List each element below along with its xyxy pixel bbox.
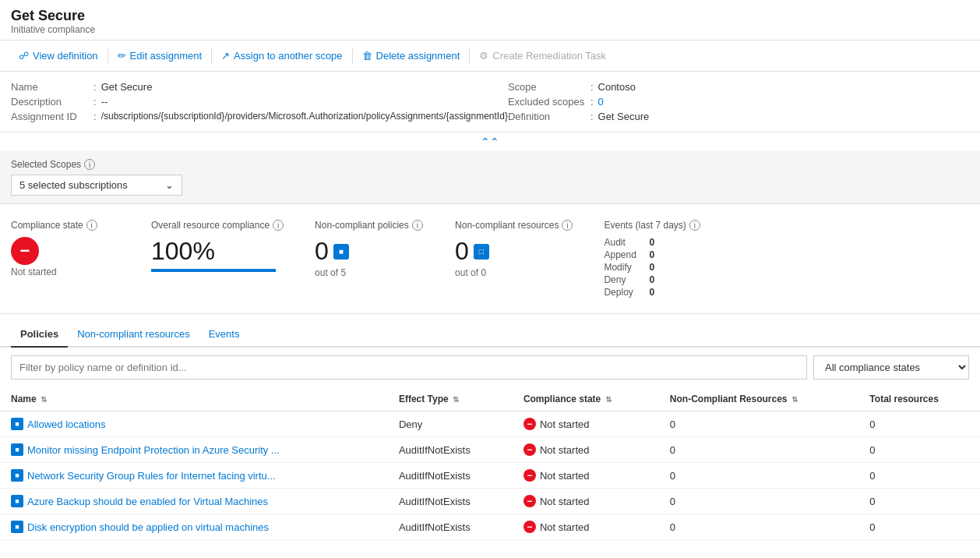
cell-total-3: 0	[858, 489, 980, 514]
compliance-dot-4: −	[523, 521, 536, 533]
toolbar: ☍ View definition ✏ Edit assignment ↗ As…	[0, 41, 980, 72]
cell-effect-0: Deny	[388, 411, 513, 437]
compliance-dot-1: −	[523, 443, 536, 456]
remediation-icon: ⚙	[479, 50, 488, 62]
meta-excluded-scopes-row: Excluded scopes : 0	[508, 94, 969, 109]
delete-icon: 🗑	[362, 50, 372, 62]
overall-resource-metric: Overall resource compliance i 100%	[151, 220, 284, 272]
cell-total-4: 0	[858, 514, 980, 540]
search-input[interactable]	[11, 355, 807, 380]
overall-resource-title: Overall resource compliance i	[151, 220, 284, 231]
non-compliant-sort-icon[interactable]: ⇅	[791, 395, 798, 404]
cell-non-compliant-1: 0	[659, 437, 859, 463]
overall-resource-value: 100%	[151, 237, 215, 266]
compliance-sort-icon[interactable]: ⇅	[605, 395, 612, 404]
policy-icon-2: ■	[11, 469, 23, 482]
non-compliant-policies-info-icon[interactable]: i	[412, 220, 423, 231]
assign-icon: ↗	[221, 50, 230, 62]
cell-name-0: ■ Allowed locations	[0, 411, 388, 437]
table-row: ■ Disk encryption should be applied on v…	[0, 514, 980, 540]
metrics-section: Compliance state i − Not started Overall…	[0, 204, 980, 314]
definition-value: Get Secure	[598, 111, 650, 122]
col-non-compliant: Non-Compliant Resources ⇅	[659, 387, 859, 411]
toolbar-divider-3	[352, 48, 353, 64]
excluded-scopes-value[interactable]: 0	[598, 96, 604, 108]
cell-effect-3: AuditIfNotExists	[388, 489, 513, 514]
col-effect-type: Effect Type ⇅	[388, 387, 513, 411]
compliance-filter[interactable]: All compliance states	[813, 355, 969, 380]
tab-non-compliant-resources[interactable]: Non-compliant resources	[68, 322, 199, 348]
non-compliant-policies-title: Non-compliant policies i	[315, 220, 423, 231]
resource-icon: □	[474, 244, 489, 260]
cell-effect-4: AuditIfNotExists	[388, 514, 513, 540]
toolbar-divider-2	[211, 48, 212, 64]
collapse-button[interactable]: ⌃⌃	[0, 132, 980, 151]
compliance-dot-2: −	[523, 469, 536, 482]
non-compliant-resources-title: Non-compliant resources i	[455, 220, 573, 231]
meta-section: Name : Get Secure Description : -- Assig…	[0, 72, 980, 132]
effect-sort-icon[interactable]: ⇅	[453, 395, 459, 404]
meta-scope-row: Scope : Contoso	[508, 79, 969, 94]
policy-icon-3: ■	[11, 495, 23, 507]
policy-link-1[interactable]: ■ Monitor missing Endpoint Protection in…	[11, 443, 377, 456]
delete-assignment-button[interactable]: 🗑 Delete assignment	[354, 47, 468, 65]
tab-events[interactable]: Events	[199, 322, 249, 348]
meta-definition-row: Definition : Get Secure	[508, 109, 969, 124]
compliance-badge-4: − Not started	[523, 521, 648, 533]
non-compliant-resources-value: 0 □	[455, 237, 489, 266]
scopes-info-icon[interactable]: i	[84, 159, 95, 170]
non-compliant-resources-info-icon[interactable]: i	[562, 220, 573, 231]
policies-table: Name ⇅ Effect Type ⇅ Compliance state ⇅ …	[0, 387, 980, 540]
page-header: Get Secure Initiative compliance	[0, 0, 980, 41]
events-info-icon[interactable]: i	[689, 220, 700, 231]
cell-total-0: 0	[858, 411, 980, 437]
view-definition-button[interactable]: ☍ View definition	[11, 47, 106, 65]
cell-compliance-0: − Not started	[513, 411, 659, 437]
policy-link-0[interactable]: ■ Allowed locations	[11, 418, 377, 430]
table-row: ■ Azure Backup should be enabled for Vir…	[0, 489, 980, 514]
cell-non-compliant-3: 0	[659, 489, 859, 514]
scope-value: Contoso	[598, 81, 636, 93]
filter-row: All compliance states	[0, 348, 980, 387]
table-row: ■ Monitor missing Endpoint Protection in…	[0, 437, 980, 463]
policy-icon-4: ■	[11, 521, 23, 533]
cell-compliance-4: − Not started	[513, 514, 659, 540]
edit-icon: ✏	[118, 50, 126, 62]
cell-non-compliant-4: 0	[659, 514, 859, 540]
cell-non-compliant-0: 0	[659, 411, 859, 437]
cell-name-3: ■ Azure Backup should be enabled for Vir…	[0, 489, 388, 514]
compliance-badge-3: − Not started	[523, 495, 648, 507]
name-label: Name	[11, 81, 89, 93]
events-metric: Events (last 7 days) i Audit 0 Append 0 …	[604, 220, 713, 298]
compliance-badge-2: − Not started	[523, 469, 648, 482]
policy-icon-0: ■	[11, 418, 23, 430]
assignment-id-value: /subscriptions/{subscriptionId}/provider…	[101, 111, 508, 122]
scopes-dropdown[interactable]: 5 selected subscriptions ⌄	[11, 175, 182, 196]
cell-effect-2: AuditIfNotExists	[388, 463, 513, 489]
policy-link-3[interactable]: ■ Azure Backup should be enabled for Vir…	[11, 495, 377, 507]
name-sort-icon[interactable]: ⇅	[41, 395, 47, 404]
edit-assignment-button[interactable]: ✏ Edit assignment	[110, 47, 210, 65]
cell-name-2: ■ Network Security Group Rules for Inter…	[0, 463, 388, 489]
cell-effect-1: AuditIfNotExists	[388, 437, 513, 463]
policy-link-4[interactable]: ■ Disk encryption should be applied on v…	[11, 521, 377, 533]
page-subtitle: Initiative compliance	[11, 24, 969, 35]
policy-link-2[interactable]: ■ Network Security Group Rules for Inter…	[11, 469, 377, 482]
cell-compliance-1: − Not started	[513, 437, 659, 463]
assignment-id-label: Assignment ID	[11, 111, 89, 122]
meta-name-row: Name : Get Secure	[11, 79, 508, 94]
progress-bar	[151, 269, 276, 272]
create-remediation-button[interactable]: ⚙ Create Remediation Task	[471, 47, 614, 65]
tab-policies[interactable]: Policies	[11, 322, 68, 348]
event-deploy: Deploy 0	[604, 287, 654, 298]
col-compliance-state: Compliance state ⇅	[513, 387, 659, 411]
assign-to-scope-button[interactable]: ↗ Assign to another scope	[213, 47, 350, 65]
compliance-state-info-icon[interactable]: i	[86, 220, 97, 231]
compliance-state-title: Compliance state i	[11, 220, 97, 231]
overall-resource-info-icon[interactable]: i	[273, 220, 284, 231]
compliance-badge-1: − Not started	[523, 443, 648, 456]
toolbar-divider	[108, 48, 108, 64]
name-value: Get Secure	[101, 81, 153, 93]
definition-label: Definition	[508, 111, 586, 122]
compliance-state-metric: Compliance state i − Not started	[11, 220, 120, 277]
